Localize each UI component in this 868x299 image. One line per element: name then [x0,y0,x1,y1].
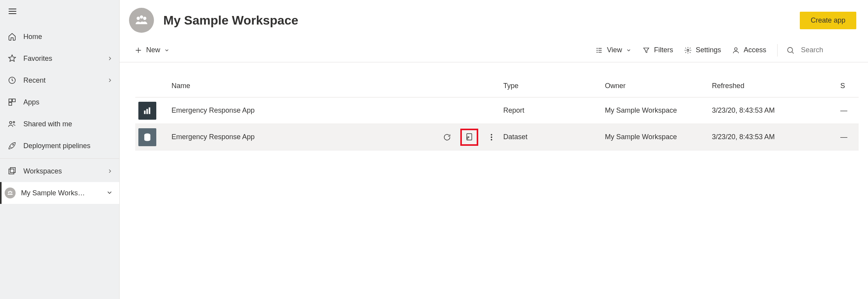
hamburger-button[interactable] [0,0,119,23]
create-app-button[interactable]: Create app [800,12,856,29]
plus-icon [134,46,142,54]
svg-rect-18 [144,111,145,114]
new-button[interactable]: New [129,43,175,57]
nav-deployment-pipelines[interactable]: Deployment pipelines [0,135,119,157]
content-table: Name Type Owner Refreshed S [135,76,859,150]
svg-point-16 [735,48,737,50]
new-label: New [146,46,160,54]
workspace-header: My Sample Workspace Create app [120,0,868,41]
svg-point-24 [491,136,492,138]
svg-point-13 [140,16,143,19]
nav-workspaces[interactable]: Workspaces [0,160,119,182]
svg-point-6 [12,144,14,145]
column-header-last[interactable]: S [837,76,859,97]
workspace-avatar-large-icon [129,8,154,33]
settings-button[interactable]: Settings [679,43,727,57]
svg-rect-3 [9,103,12,105]
clock-icon [8,76,16,85]
hamburger-icon [8,7,17,16]
schedule-refresh-button[interactable] [464,131,475,142]
view-label: View [607,46,622,54]
chevron-down-icon [626,48,631,53]
gear-icon [684,46,692,54]
svg-point-12 [137,17,140,20]
access-label: Access [744,46,766,54]
chevron-right-icon [107,77,113,83]
nav-favorites[interactable]: Favorites [0,48,119,69]
nav-shared[interactable]: Shared with me [0,113,119,135]
svg-rect-1 [9,99,12,102]
current-workspace[interactable]: My Sample Works… [0,182,119,204]
rocket-icon [8,142,16,150]
column-header-owner[interactable]: Owner [602,76,709,97]
item-last: — [837,97,859,124]
svg-rect-7 [9,169,14,174]
main: My Sample Workspace Create app New View … [120,0,868,299]
svg-point-14 [143,17,146,20]
filters-button[interactable]: Filters [637,43,679,57]
search-box[interactable] [783,44,859,57]
search-icon [786,46,795,55]
apps-icon [8,98,16,106]
nav-home[interactable]: Home [0,26,119,48]
item-name-link[interactable]: Emergency Response App [171,133,255,141]
more-options-button[interactable] [486,132,497,143]
workspaces-icon [8,167,16,175]
view-button[interactable]: View [590,43,637,57]
home-icon [8,32,16,41]
sidebar: Home Favorites Recent [0,0,120,299]
column-header-name[interactable]: Name [168,76,414,97]
more-vertical-icon [487,133,496,142]
item-refreshed: 3/23/20, 8:43:53 AM [709,97,837,124]
svg-point-4 [9,121,12,124]
svg-point-17 [788,47,793,52]
current-workspace-label: My Sample Works… [21,189,106,197]
svg-rect-19 [147,109,148,114]
item-refreshed: 3/23/20, 8:43:53 AM [709,124,837,150]
chevron-right-icon [107,55,113,62]
svg-point-11 [11,191,12,193]
toolbar: New View Filters Settings Access [120,41,868,62]
chevron-down-icon [164,48,170,53]
chevron-down-icon [106,189,113,197]
workspace-title: My Sample Workspace [163,13,800,28]
schedule-refresh-icon [465,133,474,141]
svg-point-5 [13,121,15,123]
settings-label: Settings [696,46,721,54]
nav-apps[interactable]: Apps [0,91,119,113]
svg-point-15 [687,49,689,51]
item-last: — [837,124,859,150]
nav-label: Deployment pipelines [23,142,113,150]
table-row[interactable]: Emergency Response App Report My Sample … [135,97,859,124]
svg-rect-20 [149,108,150,114]
svg-point-10 [9,191,11,192]
item-owner: My Sample Workspace [602,97,709,124]
content-table-wrap: Name Type Owner Refreshed S [120,62,868,150]
nav-label: Shared with me [23,120,113,128]
filters-label: Filters [654,46,673,54]
report-icon [138,102,156,120]
star-icon [8,54,16,63]
search-input[interactable] [801,46,856,54]
refresh-now-button[interactable] [442,132,453,143]
nav-label: Apps [23,98,113,106]
svg-rect-8 [10,168,15,173]
item-owner: My Sample Workspace [602,124,709,150]
svg-point-23 [491,134,492,135]
row-actions [442,129,497,146]
item-name-link[interactable]: Emergency Response App [171,106,255,114]
filter-icon [642,46,650,54]
nav-recent[interactable]: Recent [0,69,119,91]
column-header-type[interactable]: Type [500,76,602,97]
workspace-avatar-icon [5,188,16,198]
table-row[interactable]: Emergency Response App [135,124,859,150]
list-view-icon [595,46,603,54]
column-header-refreshed[interactable]: Refreshed [709,76,837,97]
access-button[interactable]: Access [727,43,772,57]
dataset-icon [138,128,156,146]
divider [0,158,119,159]
svg-rect-2 [12,99,15,102]
refresh-icon [443,133,451,142]
chevron-right-icon [107,168,113,174]
divider [777,44,778,57]
